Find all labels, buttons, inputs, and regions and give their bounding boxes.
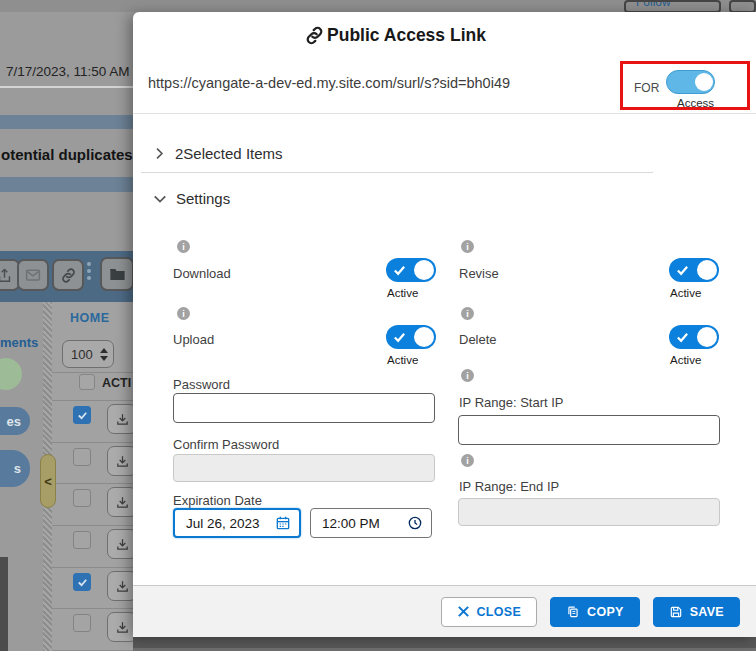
calendar-icon[interactable] (275, 515, 291, 531)
row-download-button[interactable] (107, 571, 133, 601)
select-all-checkbox[interactable] (79, 374, 95, 390)
public-access-link-modal: Public Access Link https://cyangate-a-de… (133, 12, 756, 637)
link-icon (60, 267, 77, 284)
modal-header: Public Access Link (133, 25, 657, 46)
row-checkbox[interactable] (73, 531, 91, 549)
row-download-button[interactable] (107, 446, 133, 476)
selected-items-section-toggle[interactable]: 2Selected Items (153, 145, 283, 162)
row-download-button[interactable] (107, 529, 133, 559)
chevron-left-icon: < (44, 474, 52, 489)
for-access-toggle[interactable] (666, 70, 715, 94)
divider (52, 567, 133, 568)
check-icon (393, 331, 406, 344)
download-toggle-status: Active (387, 287, 418, 299)
download-toggle[interactable] (386, 258, 436, 282)
delete-toggle-status: Active (670, 354, 701, 366)
download-icon (115, 412, 130, 427)
password-field[interactable] (173, 393, 435, 423)
settings-label: Settings (176, 190, 230, 207)
download-icon (115, 537, 130, 552)
info-icon[interactable]: i (177, 307, 190, 320)
folder-button[interactable] (100, 257, 133, 291)
info-icon[interactable]: i (461, 369, 474, 382)
check-icon (676, 331, 689, 344)
tab-home[interactable]: HOME (70, 311, 110, 325)
for-access-highlight-box: FOR Access (620, 61, 750, 110)
close-button[interactable]: CLOSE (441, 597, 538, 627)
row-checkbox[interactable] (73, 573, 91, 591)
follow-button-label: Follow (636, 0, 671, 9)
status-pill[interactable]: es (0, 407, 30, 435)
divider (52, 400, 133, 401)
info-icon[interactable]: i (461, 307, 474, 320)
modal-title: Public Access Link (327, 25, 486, 46)
copy-button-label: COPY (587, 605, 624, 619)
row-checkbox[interactable] (73, 614, 91, 632)
divider (52, 525, 133, 526)
public-link-button[interactable] (52, 259, 84, 291)
page-size-value: 100 (71, 347, 93, 362)
toggle-knob (695, 73, 713, 91)
check-icon (676, 264, 689, 277)
toggle-knob (697, 327, 717, 347)
divider (141, 172, 653, 173)
revise-toggle[interactable] (669, 258, 719, 282)
section-band (0, 115, 133, 129)
divider (52, 483, 133, 484)
password-label: Password (173, 377, 230, 392)
public-access-url[interactable]: https://cyangate-a-dev-ed.my.site.com/su… (148, 75, 510, 91)
delete-toggle-label: Delete (459, 332, 497, 347)
selected-items-label: 2Selected Items (175, 145, 283, 162)
expiration-date-field[interactable]: Jul 26, 2023 (173, 508, 301, 538)
divider (133, 113, 756, 114)
toggle-knob (414, 327, 434, 347)
copy-button[interactable]: COPY (550, 597, 640, 627)
row-checkbox[interactable] (73, 406, 91, 424)
divider (52, 608, 133, 609)
row-download-button[interactable] (107, 612, 133, 642)
close-icon (457, 605, 470, 618)
info-icon[interactable]: i (461, 454, 474, 467)
upload-toggle-status: Active (387, 354, 418, 366)
download-icon (115, 454, 130, 469)
share-icon (0, 267, 13, 284)
info-icon[interactable]: i (177, 240, 190, 253)
confirm-password-field (173, 454, 435, 482)
for-toggle-sublabel: Access (677, 97, 714, 109)
settings-section-toggle[interactable]: Settings (153, 190, 230, 207)
ip-start-field[interactable] (458, 415, 720, 445)
stepper-arrows-icon[interactable] (100, 348, 108, 361)
check-icon (393, 264, 406, 277)
clock-icon[interactable] (407, 515, 423, 531)
email-button[interactable] (17, 259, 49, 291)
row-checkbox[interactable] (73, 448, 91, 466)
check-icon (77, 410, 88, 421)
action-column-header: ACTI (102, 376, 131, 390)
expiration-date-label: Expiration Date (173, 493, 262, 508)
collapse-panel-handle[interactable]: < (40, 454, 56, 508)
row-download-button[interactable] (107, 487, 133, 517)
chevron-right-icon (153, 147, 166, 160)
expiration-date-value: Jul 26, 2023 (186, 516, 260, 531)
save-button[interactable]: SAVE (653, 597, 740, 627)
documents-link[interactable]: ments (0, 335, 38, 350)
save-icon (669, 605, 683, 619)
page-size-stepper[interactable]: 100 (62, 340, 114, 368)
backdrop-left-panel: 7/17/2023, 11:50 AM otential duplicates … (0, 12, 133, 651)
expiration-time-field[interactable]: 12:00 PM (310, 508, 432, 538)
for-toggle-label: FOR (634, 81, 659, 95)
delete-toggle[interactable] (669, 325, 719, 349)
download-icon (115, 620, 130, 635)
avatar (0, 358, 22, 390)
save-button-label: SAVE (690, 605, 724, 619)
toolbar-separator-dots (87, 262, 91, 280)
expiration-time-value: 12:00 PM (322, 516, 380, 531)
status-pill[interactable]: s (0, 450, 30, 487)
upload-toggle[interactable] (386, 325, 436, 349)
row-checkbox[interactable] (73, 489, 91, 507)
info-icon[interactable]: i (461, 240, 474, 253)
duplicates-heading: otential duplicates (1, 146, 133, 163)
row-download-button[interactable] (107, 404, 133, 434)
download-toggle-label: Download (173, 266, 231, 281)
toggle-knob (697, 260, 717, 280)
